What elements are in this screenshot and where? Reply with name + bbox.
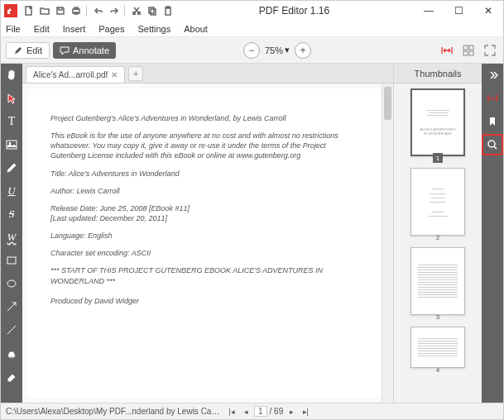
close-button[interactable]: ✕: [473, 1, 503, 21]
thumbnail-number: 4: [433, 365, 443, 375]
ellipse-tool-icon[interactable]: [3, 275, 20, 292]
last-page-button[interactable]: ▸|: [300, 406, 311, 418]
text-tool-icon[interactable]: T: [3, 113, 20, 130]
thumbnails-header: Thumbnails: [394, 64, 482, 84]
save-icon[interactable]: [54, 4, 67, 17]
doc-line: [Last updated: December 20, 2011]: [50, 213, 358, 223]
minimize-button[interactable]: —: [414, 1, 444, 21]
fit-width-icon[interactable]: [439, 42, 455, 59]
document-viewport[interactable]: Project Gutenberg's Alice's Adventures i…: [22, 84, 393, 403]
next-page-button[interactable]: ▸: [286, 406, 297, 418]
thumbnail-page[interactable]: [410, 327, 465, 368]
menu-edit[interactable]: Edit: [32, 23, 51, 35]
new-icon[interactable]: [22, 4, 36, 17]
menu-file[interactable]: File: [4, 23, 22, 35]
work-area: T U S W Alice's Ad...arroll.pdf ✕ + Proj…: [1, 64, 503, 403]
doc-line: Language: English: [50, 231, 358, 241]
menu-insert[interactable]: Insert: [61, 23, 88, 35]
thumbnail-page[interactable]: [410, 168, 465, 236]
page-nav: |◂ ◂ 1 / 69 ▸ ▸|: [226, 406, 311, 418]
svg-rect-16: [7, 257, 16, 264]
thumbnail-page[interactable]: [410, 247, 465, 315]
strikethrough-tool-icon[interactable]: S: [3, 206, 20, 222]
doc-line: This eBook is for the use of anyone anyw…: [50, 131, 358, 160]
fullscreen-icon[interactable]: [482, 42, 498, 59]
paste-icon[interactable]: [161, 4, 175, 17]
history-toolbar: [92, 4, 121, 17]
thumbnail-number: 3: [433, 312, 443, 322]
svg-rect-12: [463, 51, 468, 55]
svg-point-17: [7, 280, 16, 287]
new-tab-button[interactable]: +: [128, 66, 143, 81]
annotate-mode-button[interactable]: Annotate: [53, 42, 116, 59]
cut-icon[interactable]: [130, 4, 143, 17]
prev-page-button[interactable]: ◂: [240, 406, 252, 418]
fit-width-icon[interactable]: [484, 90, 501, 107]
separator: [124, 5, 125, 17]
image-tool-icon[interactable]: [3, 136, 20, 153]
window-title: PDF Editor 1.16: [175, 5, 414, 17]
title-bar: PDF Editor 1.16 — ☐ ✕: [1, 1, 503, 21]
hand-tool-icon[interactable]: [3, 67, 20, 84]
separator: [86, 5, 87, 17]
svg-rect-10: [463, 45, 468, 50]
svg-rect-2: [74, 7, 78, 9]
left-tool-strip: T U S W: [1, 64, 22, 403]
svg-rect-7: [151, 9, 156, 15]
main-toolbar: Edit Annotate − 75%▾ +: [1, 37, 503, 64]
right-panel: Thumbnails ALICE'S ADVENTURESIN WONDERLA…: [393, 64, 503, 403]
scrollbar-thumb[interactable]: [384, 87, 391, 120]
file-path: C:\Users\Alexa\Desktop\My PDF...nderland…: [6, 407, 221, 416]
vertical-scrollbar[interactable]: [382, 84, 393, 403]
edit-toolbar: [130, 4, 175, 17]
pencil-tool-icon[interactable]: [3, 160, 20, 176]
mode-switch: Edit Annotate: [6, 42, 116, 59]
menu-pages[interactable]: Pages: [97, 23, 126, 35]
underline-tool-icon[interactable]: U: [3, 183, 20, 199]
edit-label: Edit: [26, 45, 42, 55]
quick-toolbar: [22, 4, 83, 17]
first-page-button[interactable]: |◂: [226, 406, 238, 418]
annotate-label: Annotate: [73, 45, 109, 55]
svg-rect-13: [469, 51, 473, 55]
arrow-tool-icon[interactable]: [3, 298, 20, 315]
menu-settings[interactable]: Settings: [136, 23, 172, 35]
collapse-panel-icon[interactable]: [484, 67, 501, 84]
eraser-tool-icon[interactable]: [3, 368, 20, 384]
view-controls: [439, 42, 498, 59]
tab-close-icon[interactable]: ✕: [111, 70, 118, 79]
zoom-value[interactable]: 75%▾: [265, 45, 290, 55]
redo-icon[interactable]: [108, 4, 121, 17]
line-tool-icon[interactable]: [3, 322, 20, 338]
document-tab[interactable]: Alice's Ad...arroll.pdf ✕: [26, 66, 125, 83]
maximize-button[interactable]: ☐: [444, 1, 473, 21]
doc-line: Character set encoding: ASCII: [50, 248, 358, 258]
thumbnails-list[interactable]: ALICE'S ADVENTURESIN WONDERLAND 1 2 3 4: [394, 84, 482, 403]
pencil-icon: [13, 45, 23, 55]
select-tool-icon[interactable]: [3, 90, 20, 107]
highlight-tool-icon[interactable]: [3, 345, 20, 361]
page-number-input[interactable]: 1: [254, 406, 267, 417]
print-icon[interactable]: [70, 4, 83, 17]
wavy-tool-icon[interactable]: W: [3, 229, 20, 246]
svg-rect-14: [7, 141, 17, 149]
doc-line: Release Date: June 25, 2008 [EBook #11]: [50, 203, 358, 213]
grid-view-icon[interactable]: [460, 42, 477, 59]
copy-icon[interactable]: [146, 4, 159, 17]
document-page: Project Gutenberg's Alice's Adventures i…: [27, 88, 382, 398]
bookmark-icon[interactable]: [484, 113, 501, 130]
open-icon[interactable]: [38, 4, 51, 17]
undo-icon[interactable]: [92, 4, 105, 17]
rectangle-tool-icon[interactable]: [3, 252, 20, 269]
chevron-down-icon: ▾: [285, 45, 290, 55]
app-icon: [4, 4, 17, 17]
menu-about[interactable]: About: [182, 23, 209, 35]
thumbnail-page[interactable]: ALICE'S ADVENTURESIN WONDERLAND: [410, 88, 465, 156]
zoom-in-button[interactable]: +: [295, 42, 311, 59]
document-area: Alice's Ad...arroll.pdf ✕ + Project Gute…: [22, 64, 393, 403]
thumbnail-number: 1: [433, 153, 443, 163]
svg-rect-11: [469, 45, 473, 50]
search-icon[interactable]: [484, 136, 501, 153]
edit-mode-button[interactable]: Edit: [6, 42, 50, 59]
zoom-out-button[interactable]: −: [243, 42, 260, 59]
